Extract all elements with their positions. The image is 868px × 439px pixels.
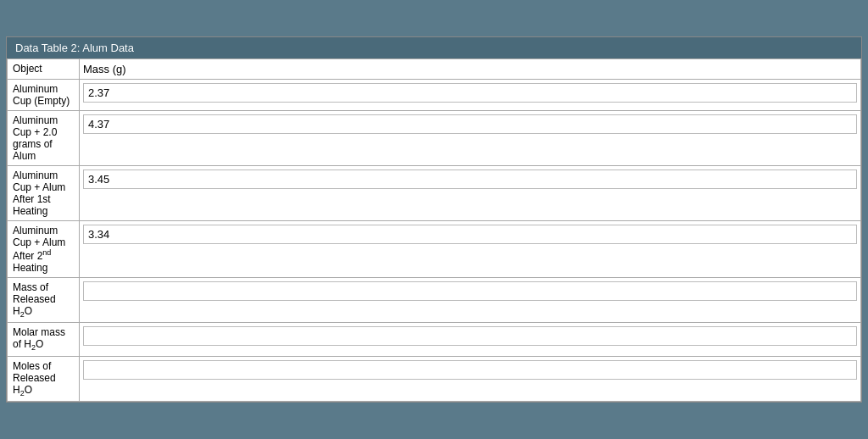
row-label-mass-released: Mass of Released H2O xyxy=(8,277,80,322)
row-label-moles-released: Moles of Released H2O xyxy=(8,356,80,401)
input-aluminum-cup-empty[interactable] xyxy=(83,83,857,103)
row-input-cell-aluminum-cup-alum xyxy=(80,110,861,165)
row-input-cell-aluminum-cup-empty xyxy=(80,79,861,110)
row-label-aluminum-cup-alum: Aluminum Cup + 2.0 grams of Alum xyxy=(8,110,80,165)
table-row: Aluminum Cup + Alum After 1st Heating xyxy=(8,165,861,220)
table-row: Mass of Released H2O xyxy=(8,277,861,322)
row-input-cell-after-1st-heating xyxy=(80,165,861,220)
row-input-cell-after-2nd-heating xyxy=(80,220,861,277)
header-mass: Mass (g) xyxy=(80,58,861,79)
input-aluminum-cup-alum[interactable] xyxy=(83,114,857,134)
row-label-after-2nd-heating: Aluminum Cup + Alum After 2nd Heating xyxy=(8,220,80,277)
row-label-molar-mass: Molar mass of H2O xyxy=(8,323,80,356)
input-mass-released[interactable] xyxy=(83,281,857,301)
main-window: Data Table 2: Alum Data Object Mass (g) … xyxy=(6,36,862,403)
input-after-2nd-heating[interactable] xyxy=(83,225,857,244)
row-label-aluminum-cup-empty: Aluminum Cup (Empty) xyxy=(8,79,80,110)
table-row: Aluminum Cup + 2.0 grams of Alum xyxy=(8,110,861,165)
title-bar: Data Table 2: Alum Data xyxy=(7,37,861,58)
header-object: Object xyxy=(8,58,80,79)
row-input-cell-molar-mass xyxy=(80,323,861,356)
data-table: Object Mass (g) Aluminum Cup (Empty) xyxy=(7,58,861,402)
row-label-after-1st-heating: Aluminum Cup + Alum After 1st Heating xyxy=(8,165,80,220)
table-row: Moles of Released H2O xyxy=(8,356,861,401)
row-input-cell-moles-released xyxy=(80,356,861,401)
row-input-cell-mass-released xyxy=(80,277,861,322)
window-title: Data Table 2: Alum Data xyxy=(15,42,134,54)
input-molar-mass[interactable] xyxy=(83,326,857,346)
input-moles-released[interactable] xyxy=(83,360,857,380)
table-row: Aluminum Cup + Alum After 2nd Heating xyxy=(8,220,861,277)
table-row: Molar mass of H2O xyxy=(8,323,861,356)
table-row: Aluminum Cup (Empty) xyxy=(8,79,861,110)
table-container: Object Mass (g) Aluminum Cup (Empty) xyxy=(7,58,861,402)
input-after-1st-heating[interactable] xyxy=(83,169,857,189)
